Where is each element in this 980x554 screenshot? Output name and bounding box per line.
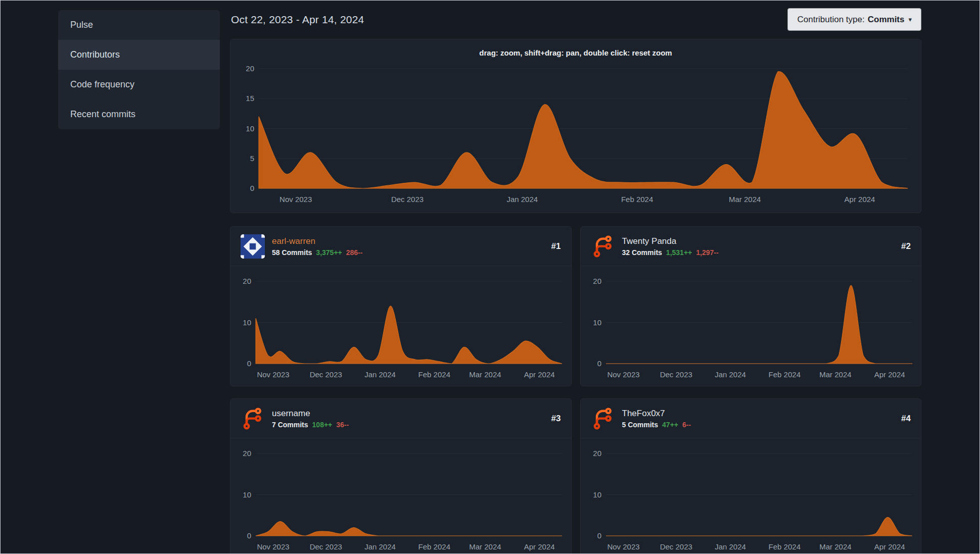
sidebar-item-contributors[interactable]: Contributors — [58, 40, 220, 70]
sidebar-item-pulse[interactable]: Pulse — [58, 10, 220, 40]
svg-text:Jan 2024: Jan 2024 — [715, 542, 746, 551]
contributor-chart[interactable]: 01020Nov 2023Dec 2023Jan 2024Feb 2024Mar… — [230, 438, 571, 554]
contributor-meta: TheFox0x7 5 Commits 47++ 6-- — [622, 409, 895, 429]
deletions-count: 36-- — [336, 421, 349, 429]
svg-text:Nov 2023: Nov 2023 — [257, 370, 289, 379]
contributor-stats: 7 Commits 108++ 36-- — [272, 421, 544, 429]
svg-text:0: 0 — [247, 531, 251, 540]
date-range-title: Oct 22, 2023 - Apr 14, 2024 — [231, 14, 364, 26]
svg-text:Feb 2024: Feb 2024 — [621, 195, 653, 204]
contributor-stats: 58 Commits 3,375++ 286-- — [272, 248, 544, 257]
sidebar-item-recent-commits[interactable]: Recent commits — [58, 99, 220, 129]
svg-text:Jan 2024: Jan 2024 — [715, 370, 746, 379]
commit-count: 32 Commits — [622, 248, 662, 257]
svg-text:Mar 2024: Mar 2024 — [819, 370, 851, 379]
svg-text:Mar 2024: Mar 2024 — [469, 370, 501, 379]
contributor-card-header: Twenty Panda 32 Commits 1,531++ 1,297-- … — [581, 227, 921, 266]
svg-text:Feb 2024: Feb 2024 — [418, 370, 450, 379]
svg-text:Feb 2024: Feb 2024 — [768, 542, 800, 551]
rank-badge: #1 — [551, 241, 561, 251]
additions-count: 1,531++ — [666, 248, 692, 257]
contribution-type-dropdown[interactable]: Contribution type: Commits ▾ — [787, 8, 921, 31]
svg-text:Apr 2024: Apr 2024 — [845, 195, 875, 204]
commit-count: 5 Commits — [622, 421, 659, 429]
contributor-card-header: TheFox0x7 5 Commits 47++ 6-- #4 — [581, 399, 921, 438]
svg-text:Nov 2023: Nov 2023 — [607, 370, 639, 379]
page-header: Oct 22, 2023 - Apr 14, 2024 Contribution… — [230, 0, 921, 31]
svg-text:20: 20 — [243, 449, 251, 458]
svg-text:20: 20 — [593, 449, 601, 458]
forgejo-logo-icon — [241, 407, 265, 431]
rank-badge: #2 — [901, 241, 911, 251]
contributor-card-header: username 7 Commits 108++ 36-- #3 — [230, 399, 571, 438]
deletions-count: 6-- — [682, 421, 691, 429]
svg-text:0: 0 — [247, 359, 251, 368]
svg-text:20: 20 — [246, 64, 254, 73]
rank-badge: #4 — [901, 414, 911, 424]
chevron-down-icon: ▾ — [908, 16, 912, 23]
svg-text:Jan 2024: Jan 2024 — [364, 542, 396, 551]
svg-text:15: 15 — [246, 94, 254, 103]
commit-count: 58 Commits — [272, 248, 312, 257]
sidebar-item-code-frequency[interactable]: Code frequency — [58, 70, 220, 99]
svg-text:10: 10 — [243, 490, 251, 499]
svg-text:5: 5 — [250, 154, 254, 163]
svg-text:Dec 2023: Dec 2023 — [310, 370, 342, 379]
commit-count: 7 Commits — [272, 421, 308, 429]
overall-contributions-chart[interactable]: 05101520Nov 2023Dec 2023Jan 2024Feb 2024… — [230, 63, 921, 212]
avatar[interactable] — [241, 234, 265, 259]
svg-text:20: 20 — [243, 277, 251, 285]
avatar[interactable] — [591, 234, 615, 259]
contributor-card-header: earl-warren 58 Commits 3,375++ 286-- #1 — [230, 227, 571, 266]
svg-text:Apr 2024: Apr 2024 — [874, 542, 905, 551]
overall-contributions-card: drag: zoom, shift+drag: pan, double clic… — [230, 39, 921, 213]
contributor-name-link[interactable]: username — [272, 409, 544, 419]
contributor-card: Twenty Panda 32 Commits 1,531++ 1,297-- … — [580, 226, 922, 386]
svg-text:Dec 2023: Dec 2023 — [310, 542, 342, 551]
contributors-page: Oct 22, 2023 - Apr 14, 2024 Contribution… — [230, 0, 921, 554]
svg-text:Dec 2023: Dec 2023 — [660, 542, 692, 551]
contributor-chart[interactable]: 01020Nov 2023Dec 2023Jan 2024Feb 2024Mar… — [581, 266, 921, 386]
svg-text:Mar 2024: Mar 2024 — [819, 542, 851, 551]
svg-text:Nov 2023: Nov 2023 — [257, 542, 289, 551]
svg-text:Jan 2024: Jan 2024 — [506, 195, 538, 204]
svg-text:Nov 2023: Nov 2023 — [279, 195, 312, 204]
additions-count: 47++ — [662, 421, 678, 429]
chart-zoom-hint: drag: zoom, shift+drag: pan, double clic… — [230, 39, 921, 63]
contributor-stats: 5 Commits 47++ 6-- — [622, 421, 895, 429]
contributor-chart[interactable]: 01020Nov 2023Dec 2023Jan 2024Feb 2024Mar… — [230, 266, 571, 386]
contribution-type-value: Commits — [868, 15, 905, 25]
contributor-name-link[interactable]: earl-warren — [272, 236, 544, 246]
contributor-name-link[interactable]: TheFox0x7 — [622, 409, 895, 419]
svg-text:10: 10 — [593, 490, 601, 499]
contributor-chart[interactable]: 01020Nov 2023Dec 2023Jan 2024Feb 2024Mar… — [581, 438, 921, 554]
svg-text:0: 0 — [597, 359, 601, 368]
svg-text:Apr 2024: Apr 2024 — [524, 370, 555, 379]
svg-text:Apr 2024: Apr 2024 — [524, 542, 555, 551]
svg-text:0: 0 — [250, 184, 254, 192]
deletions-count: 1,297-- — [696, 248, 718, 257]
rank-badge: #3 — [551, 414, 561, 424]
svg-text:Feb 2024: Feb 2024 — [418, 542, 450, 551]
avatar[interactable] — [591, 407, 615, 431]
svg-text:Feb 2024: Feb 2024 — [768, 370, 800, 379]
contributor-name-link[interactable]: Twenty Panda — [622, 236, 895, 246]
svg-text:10: 10 — [593, 318, 601, 327]
contributor-meta: earl-warren 58 Commits 3,375++ 286-- — [272, 236, 544, 257]
svg-text:Mar 2024: Mar 2024 — [729, 195, 761, 204]
svg-text:Nov 2023: Nov 2023 — [607, 542, 639, 551]
identicon-avatar-icon — [241, 234, 265, 259]
additions-count: 108++ — [312, 421, 333, 429]
deletions-count: 286-- — [346, 248, 363, 257]
svg-text:10: 10 — [246, 124, 254, 133]
svg-text:20: 20 — [593, 277, 601, 285]
contributor-card: username 7 Commits 108++ 36-- #3 01020No… — [230, 398, 572, 554]
contributor-stats: 32 Commits 1,531++ 1,297-- — [622, 248, 895, 257]
svg-text:Mar 2024: Mar 2024 — [469, 542, 501, 551]
avatar[interactable] — [241, 407, 265, 431]
svg-text:Jan 2024: Jan 2024 — [364, 370, 396, 379]
forgejo-logo-icon — [591, 234, 615, 259]
activity-side-menu: Pulse Contributors Code frequency Recent… — [58, 10, 220, 129]
svg-text:10: 10 — [243, 318, 251, 327]
forgejo-logo-icon — [591, 407, 615, 431]
